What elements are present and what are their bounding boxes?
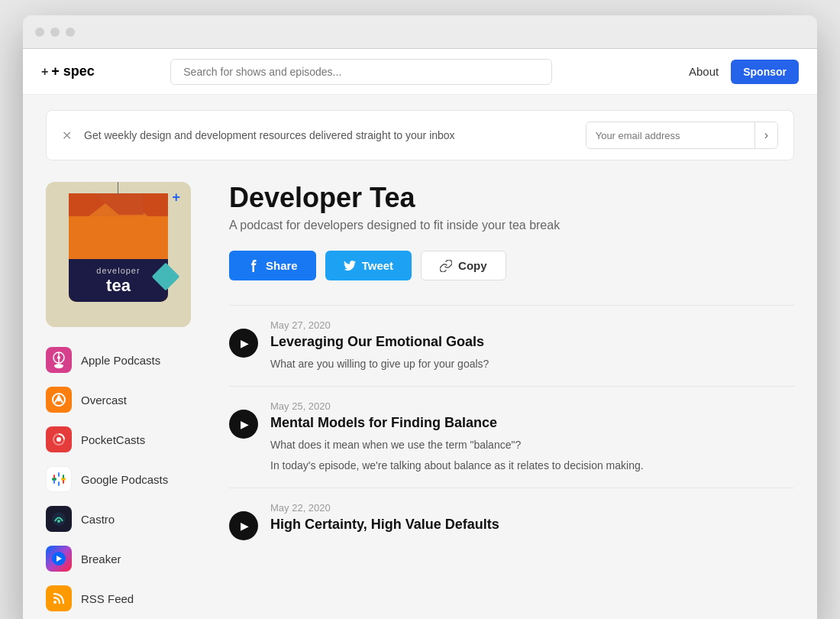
platform-item-breaker[interactable]: Breaker — [46, 544, 199, 573]
search-input[interactable] — [170, 59, 552, 85]
platform-item-rss[interactable]: RSS Feed — [46, 584, 199, 613]
banner-email-wrap: › — [586, 122, 778, 149]
apple-podcasts-label: Apple Podcasts — [81, 354, 160, 367]
castro-icon — [46, 506, 72, 532]
navbar: + + spec About Sponsor — [23, 49, 817, 95]
show-subtitle: A podcast for developers designed to fit… — [229, 219, 794, 232]
artwork-inner: + — [46, 182, 191, 327]
episode-title-1[interactable]: Mental Models for Finding Balance — [270, 415, 794, 431]
platform-item-google[interactable]: Google Podcasts — [46, 465, 199, 494]
play-button-0[interactable]: ▶ — [229, 329, 258, 358]
tea-bag: developer tea — [69, 193, 168, 304]
newsletter-banner: ✕ Get weekly design and development reso… — [46, 110, 794, 160]
apple-podcasts-icon — [46, 347, 72, 373]
podcast-section: + — [46, 182, 794, 613]
svg-rect-15 — [63, 475, 64, 478]
play-icon-2: ▶ — [241, 520, 249, 532]
link-icon — [440, 260, 452, 272]
svg-point-2 — [57, 356, 60, 359]
traffic-light-close[interactable] — [35, 28, 44, 37]
traffic-light-minimize[interactable] — [50, 28, 60, 37]
copy-label: Copy — [458, 259, 487, 272]
platform-list: Apple Podcasts Overcast — [46, 345, 199, 613]
episode-item-0: ▶ May 27, 2020 Leveraging Our Emotional … — [229, 305, 794, 386]
banner-submit-arrow[interactable]: › — [754, 122, 777, 148]
google-podcasts-icon — [46, 466, 72, 492]
artwork-tea-text: tea — [106, 276, 131, 296]
overcast-icon — [46, 387, 72, 413]
pocketcasts-icon — [46, 426, 72, 452]
banner-text: Get weekly design and development resour… — [84, 129, 573, 141]
episode-title-0[interactable]: Leveraging Our Emotional Goals — [270, 334, 794, 350]
show-title: Developer Tea — [229, 182, 794, 214]
play-icon-1: ▶ — [241, 418, 249, 430]
svg-rect-14 — [53, 480, 55, 484]
platform-item-overcast[interactable]: Overcast — [46, 385, 199, 414]
logo-text: + spec — [51, 63, 95, 79]
episode-desc-1-p2: In today's episode, we're talking about … — [270, 458, 794, 474]
show-main-content: Developer Tea A podcast for developers d… — [229, 182, 794, 613]
search-bar — [170, 59, 552, 85]
svg-point-19 — [53, 601, 57, 604]
svg-point-17 — [57, 520, 60, 523]
twitter-share-button[interactable]: Tweet — [325, 251, 412, 280]
facebook-icon — [247, 260, 260, 272]
svg-rect-8 — [58, 472, 60, 477]
podcast-artwork: + — [46, 182, 191, 327]
about-link[interactable]: About — [689, 65, 719, 78]
svg-rect-12 — [53, 475, 55, 478]
episode-desc-1: What does it mean when we use the term "… — [270, 437, 794, 474]
browser-window: + + spec About Sponsor ✕ Get weekly desi… — [23, 15, 817, 619]
svg-point-5 — [57, 398, 61, 402]
twitter-share-label: Tweet — [362, 259, 393, 272]
episode-info-2: May 22, 2020 High Certainty, High Value … — [270, 502, 794, 539]
nav-right: About Sponsor — [689, 60, 799, 84]
platform-item-pocketcasts[interactable]: PocketCasts — [46, 425, 199, 454]
artwork-developer-text: developer — [96, 266, 140, 275]
episode-info-1: May 25, 2020 Mental Models for Finding B… — [270, 400, 794, 474]
svg-rect-13 — [63, 480, 64, 484]
episode-date-0: May 27, 2020 — [270, 319, 794, 331]
svg-point-16 — [52, 512, 66, 526]
breaker-icon — [46, 546, 72, 572]
platform-item-castro[interactable]: Castro — [46, 504, 199, 533]
episode-title-2[interactable]: High Certainty, High Value Defaults — [270, 517, 794, 533]
logo-plus-icon: + — [41, 65, 48, 79]
breaker-label: Breaker — [81, 553, 121, 566]
title-bar — [23, 15, 817, 49]
logo[interactable]: + + spec — [41, 63, 95, 79]
rss-icon — [46, 585, 72, 611]
episode-item-1: ▶ May 25, 2020 Mental Models for Finding… — [229, 386, 794, 488]
platform-item-apple[interactable]: Apple Podcasts — [46, 345, 199, 374]
episode-list: ▶ May 27, 2020 Leveraging Our Emotional … — [229, 305, 794, 554]
episode-desc-1-p1: What does it mean when we use the term "… — [270, 437, 794, 453]
pocketcasts-label: PocketCasts — [81, 433, 145, 446]
sidebar: + — [46, 182, 199, 613]
rss-feed-label: RSS Feed — [81, 592, 134, 605]
facebook-share-label: Share — [266, 259, 298, 272]
banner-email-input[interactable] — [586, 124, 754, 147]
svg-rect-9 — [58, 481, 60, 486]
artwork-string — [118, 182, 118, 195]
traffic-light-maximize[interactable] — [66, 28, 75, 37]
artwork-spec-plus-icon: + — [172, 190, 180, 206]
play-button-2[interactable]: ▶ — [229, 511, 258, 540]
episode-date-2: May 22, 2020 — [270, 502, 794, 514]
twitter-icon — [344, 261, 356, 271]
google-podcasts-label: Google Podcasts — [81, 473, 168, 486]
share-buttons: Share Tweet Copy — [229, 251, 794, 280]
facebook-share-button[interactable]: Share — [229, 251, 316, 280]
episode-item-2: ▶ May 22, 2020 High Certainty, High Valu… — [229, 488, 794, 554]
svg-point-7 — [57, 437, 61, 442]
main-content-area: ✕ Get weekly design and development reso… — [23, 95, 817, 619]
castro-label: Castro — [81, 513, 115, 526]
copy-link-button[interactable]: Copy — [421, 251, 506, 280]
episode-desc-0: What are you willing to give up for your… — [270, 356, 794, 372]
sponsor-button[interactable]: Sponsor — [731, 60, 799, 84]
overcast-label: Overcast — [81, 394, 127, 407]
play-button-1[interactable]: ▶ — [229, 410, 258, 439]
banner-close-button[interactable]: ✕ — [62, 128, 72, 143]
episode-date-1: May 25, 2020 — [270, 400, 794, 412]
play-icon-0: ▶ — [241, 337, 249, 349]
episode-info-0: May 27, 2020 Leveraging Our Emotional Go… — [270, 319, 794, 372]
